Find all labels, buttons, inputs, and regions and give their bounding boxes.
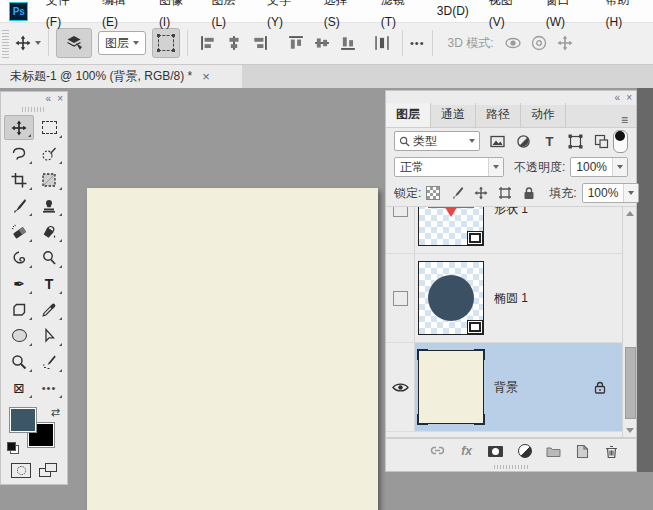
tab-channels[interactable]: 通道 <box>431 103 476 127</box>
visibility-checkbox-off[interactable] <box>393 206 408 217</box>
dodge-tool[interactable] <box>34 245 64 270</box>
pen-tool[interactable]: ✒ <box>4 271 34 296</box>
layer-name[interactable]: 形状 1 <box>494 206 528 218</box>
blend-mode-dropdown[interactable]: 正常 <box>394 157 504 177</box>
filter-pixel-layers-icon[interactable] <box>489 133 506 150</box>
visibility-checkbox-off[interactable] <box>393 291 408 306</box>
layer-row-shape1[interactable]: 形状 1 <box>386 206 636 254</box>
panel-resize-grip[interactable] <box>386 463 636 470</box>
clone-stamp-tool[interactable] <box>34 193 64 218</box>
rectangle-tool[interactable] <box>4 297 34 322</box>
options-bar-grip[interactable] <box>2 28 9 58</box>
crop-tool[interactable] <box>4 167 34 192</box>
align-horizontal-centers-icon[interactable] <box>226 35 242 51</box>
visibility-cell[interactable] <box>386 254 415 342</box>
delete-layer-button[interactable] <box>603 443 620 460</box>
3d-orbit-icon[interactable] <box>505 35 521 51</box>
fill-dropdown[interactable]: 100% <box>582 183 640 203</box>
eyedropper-tool[interactable] <box>34 297 64 322</box>
background-lock-icon[interactable] <box>594 381 606 394</box>
tab-actions[interactable]: 动作 <box>521 103 566 127</box>
filter-on-off-toggle[interactable] <box>613 130 628 153</box>
mixer-brush-tool[interactable] <box>34 349 64 374</box>
close-tab-icon[interactable]: × <box>202 69 210 84</box>
lock-transparent-pixels-icon[interactable] <box>426 186 440 200</box>
move-tool[interactable] <box>4 115 34 140</box>
lasso-tool[interactable] <box>4 141 34 166</box>
quick-selection-tool[interactable] <box>34 141 64 166</box>
auto-select-target-dropdown[interactable]: 图层 <box>98 31 146 55</box>
more-options-button[interactable]: ••• <box>410 37 425 49</box>
tab-layers[interactable]: 图层 <box>386 103 431 127</box>
opacity-dropdown[interactable]: 100% <box>570 157 628 177</box>
eye-icon[interactable] <box>392 382 409 393</box>
align-top-edges-icon[interactable] <box>288 35 304 51</box>
quick-mask-button[interactable] <box>11 463 31 478</box>
layer-row-background[interactable]: 背景 <box>386 343 636 432</box>
filter-shape-layers-icon[interactable] <box>567 133 584 150</box>
align-right-edges-icon[interactable] <box>252 35 268 51</box>
link-layers-button[interactable] <box>429 443 446 460</box>
visibility-cell[interactable] <box>386 206 415 253</box>
menu-3d[interactable]: 3D(D) <box>427 0 479 22</box>
scroll-down-icon[interactable] <box>623 424 636 437</box>
smudge-tool[interactable] <box>4 245 34 270</box>
menu-type[interactable]: 文字(Y) <box>257 0 314 33</box>
scroll-up-icon[interactable] <box>623 207 636 220</box>
type-tool[interactable]: T <box>34 271 64 296</box>
align-vertical-centers-icon[interactable] <box>314 35 330 51</box>
screen-mode-button[interactable] <box>39 463 57 477</box>
menu-select[interactable]: 选择(S) <box>314 0 371 33</box>
3d-roll-icon[interactable] <box>531 35 547 51</box>
menu-window[interactable]: 窗口(W) <box>536 0 596 33</box>
layer-list-scrollbar[interactable] <box>622 207 636 437</box>
new-layer-button[interactable] <box>574 443 591 460</box>
layer-thumbnail[interactable] <box>418 206 484 246</box>
layer-name[interactable]: 背景 <box>494 379 518 396</box>
edit-toolbar-button[interactable]: ••• <box>34 375 64 400</box>
panel-menu-icon[interactable]: ≡ <box>621 113 628 127</box>
filter-smart-objects-icon[interactable] <box>593 133 610 150</box>
no-color-tool[interactable]: ⊠ <box>4 375 34 400</box>
filter-type-dropdown[interactable]: 类型 <box>394 131 480 151</box>
filter-adjustment-layers-icon[interactable] <box>515 133 532 150</box>
lock-artboard-icon[interactable] <box>498 186 512 200</box>
menu-help[interactable]: 帮助(H) <box>596 0 653 33</box>
close-panel-icon[interactable]: × <box>57 94 63 104</box>
close-panel-icon[interactable]: × <box>626 93 632 103</box>
menu-layer[interactable]: 图层(L) <box>201 0 257 33</box>
layer-row-ellipse1[interactable]: 椭圆 1 <box>386 254 636 343</box>
panel-grip[interactable] <box>22 107 46 112</box>
swap-colors-icon[interactable]: ⇄ <box>51 406 60 419</box>
visibility-cell[interactable] <box>386 343 415 431</box>
lock-position-icon[interactable] <box>474 186 488 200</box>
ellipse-tool[interactable] <box>4 323 34 348</box>
rectangular-marquee-tool[interactable] <box>34 115 64 140</box>
menu-image[interactable]: 图像(I) <box>149 0 202 33</box>
layer-style-button[interactable]: fx <box>458 443 475 460</box>
menu-view[interactable]: 视图(V) <box>479 0 536 33</box>
paint-bucket-tool[interactable] <box>34 219 64 244</box>
menu-file[interactable]: 文件(F) <box>36 0 92 33</box>
layer-name[interactable]: 椭圆 1 <box>494 290 528 307</box>
align-left-edges-icon[interactable] <box>200 35 216 51</box>
new-adjustment-layer-button[interactable] <box>516 443 533 460</box>
collapse-panel-icon[interactable]: « <box>46 94 52 104</box>
layer-thumbnail[interactable] <box>418 350 484 424</box>
filter-type-layers-icon[interactable]: T <box>541 133 558 150</box>
align-bottom-edges-icon[interactable] <box>340 35 356 51</box>
tab-paths[interactable]: 路径 <box>476 103 521 127</box>
document-tab[interactable]: 未标题-1 @ 100% (背景, RGB/8) * × <box>0 64 242 88</box>
scrollbar-thumb[interactable] <box>625 347 636 419</box>
add-layer-mask-button[interactable] <box>487 443 504 460</box>
3d-pan-icon[interactable] <box>557 35 573 51</box>
layer-thumbnail[interactable] <box>418 261 484 335</box>
menu-edit[interactable]: 编辑(E) <box>92 0 149 33</box>
brush-tool[interactable] <box>4 193 34 218</box>
document-canvas[interactable] <box>87 188 378 510</box>
path-selection-tool[interactable] <box>34 323 64 348</box>
zoom-tool[interactable] <box>4 349 34 374</box>
collapse-panel-icon[interactable]: « <box>615 93 621 103</box>
lock-all-icon[interactable] <box>522 186 536 200</box>
new-group-button[interactable] <box>545 443 562 460</box>
